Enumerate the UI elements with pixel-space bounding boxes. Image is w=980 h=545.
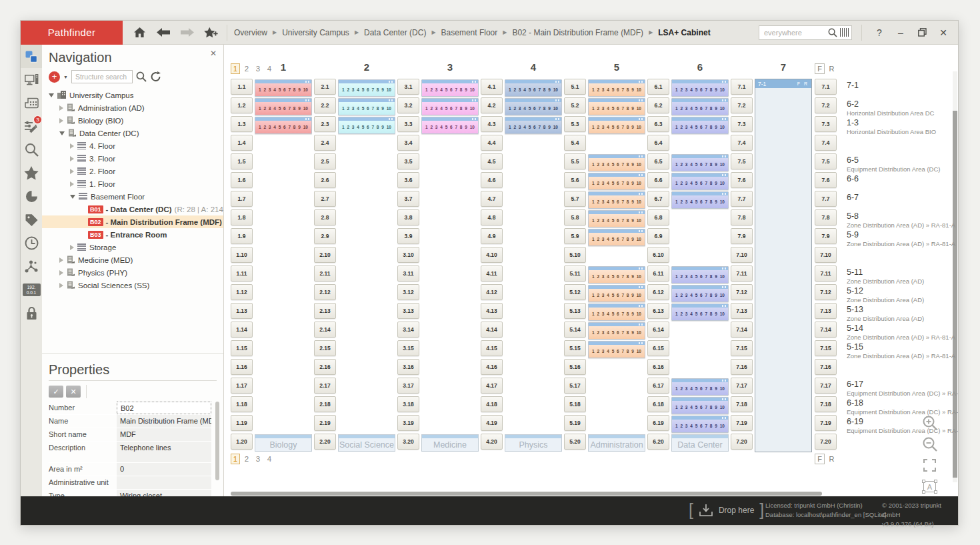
row-label-6.2[interactable]: 6.2 bbox=[647, 97, 669, 113]
row-label-1.17[interactable]: 1.17 bbox=[231, 378, 253, 394]
terminal-block-5.14[interactable]: 12345678910 bbox=[588, 322, 645, 340]
row-label-4.10[interactable]: 4.10 bbox=[481, 247, 503, 263]
terminal-block-5.11[interactable]: 12345678910 bbox=[588, 266, 645, 284]
row-label-7.2[interactable]: 7.2 bbox=[731, 97, 753, 113]
terminal-block-6.6[interactable]: 12345678910 bbox=[671, 173, 729, 190]
row-label-right-7.2[interactable]: 7.2 bbox=[815, 97, 837, 113]
page-tab-4[interactable]: 4 bbox=[265, 454, 274, 464]
sidebar-item-tools[interactable]: 3 bbox=[21, 115, 42, 138]
row-label-5.19[interactable]: 5.19 bbox=[564, 415, 586, 431]
row-label-4.7[interactable]: 4.7 bbox=[481, 191, 503, 207]
refresh-icon[interactable] bbox=[150, 71, 161, 82]
row-label-right-7.18[interactable]: 7.18 bbox=[815, 396, 837, 412]
row-label-2.6[interactable]: 2.6 bbox=[314, 172, 336, 188]
row-label-3.17[interactable]: 3.17 bbox=[397, 378, 419, 394]
row-label-7.9[interactable]: 7.9 bbox=[731, 228, 753, 244]
row-label-2.11[interactable]: 2.11 bbox=[314, 265, 336, 282]
terminal-block-5.9[interactable]: 12345678910 bbox=[588, 229, 645, 246]
page-tab-2[interactable]: 2 bbox=[242, 454, 251, 464]
terminal-block-3.3[interactable]: 12345678910 bbox=[421, 117, 479, 134]
row-label-6.15[interactable]: 6.15 bbox=[647, 340, 669, 356]
row-label-4.17[interactable]: 4.17 bbox=[481, 378, 503, 394]
property-value-field[interactable] bbox=[117, 476, 211, 489]
connection-entry-5-8[interactable]: 5-8Zone Distribution Area (AD) » RA-81-A bbox=[847, 211, 958, 229]
chevron-down-icon[interactable]: ▼ bbox=[63, 75, 68, 79]
row-label-4.18[interactable]: 4.18 bbox=[481, 396, 503, 412]
row-label-right-7.5[interactable]: 7.5 bbox=[815, 153, 837, 169]
row-label-5.5[interactable]: 5.5 bbox=[564, 153, 586, 169]
front-view-button[interactable]: F bbox=[815, 63, 825, 74]
row-label-3.13[interactable]: 3.13 bbox=[397, 303, 419, 319]
collapsed-arrow-icon[interactable] bbox=[70, 169, 74, 174]
breadcrumb-item[interactable]: Overview bbox=[234, 28, 267, 37]
row-label-6.5[interactable]: 6.5 bbox=[647, 153, 669, 169]
terminal-block-6.12[interactable]: 12345678910 bbox=[671, 285, 729, 302]
row-label-3.19[interactable]: 3.19 bbox=[397, 415, 419, 431]
row-label-right-7.3[interactable]: 7.3 bbox=[815, 116, 837, 132]
terminal-block-6.11[interactable]: 12345678910 bbox=[671, 266, 729, 284]
lsa-panel-7-1[interactable]: 7-1F R bbox=[755, 79, 812, 452]
property-value-field[interactable]: Telephone lines bbox=[117, 442, 211, 462]
sidebar-item-lock[interactable] bbox=[21, 302, 42, 325]
row-label-6.10[interactable]: 6.10 bbox=[647, 247, 669, 263]
row-label-3.6[interactable]: 3.6 bbox=[397, 172, 419, 188]
collapsed-arrow-icon[interactable] bbox=[59, 257, 63, 263]
collapsed-arrow-icon[interactable] bbox=[59, 270, 63, 276]
row-label-5.7[interactable]: 5.7 bbox=[564, 191, 586, 207]
row-label-7.4[interactable]: 7.4 bbox=[731, 135, 753, 151]
row-label-4.1[interactable]: 4.1 bbox=[481, 79, 503, 95]
row-label-right-7.6[interactable]: 7.6 bbox=[815, 172, 837, 188]
terminal-block-1.1[interactable]: 12345678910 bbox=[255, 79, 312, 97]
row-label-7.20[interactable]: 7.20 bbox=[731, 434, 753, 450]
row-label-5.18[interactable]: 5.18 bbox=[564, 396, 586, 412]
row-label-4.12[interactable]: 4.12 bbox=[481, 284, 503, 300]
row-label-right-7.11[interactable]: 7.11 bbox=[815, 265, 837, 282]
row-label-3.2[interactable]: 3.2 bbox=[397, 97, 419, 113]
breadcrumb-item[interactable]: University Campus bbox=[282, 28, 349, 37]
connection-entry-6-5[interactable]: 6-5Equipment Distribution Area (DC) bbox=[847, 155, 958, 173]
terminal-block-5.6[interactable]: 12345678910 bbox=[588, 173, 645, 190]
collapsed-arrow-icon[interactable] bbox=[59, 118, 63, 123]
sidebar-item-topology[interactable] bbox=[21, 255, 42, 278]
row-label-1.7[interactable]: 1.7 bbox=[231, 191, 253, 207]
department-plate[interactable]: Data Center bbox=[671, 434, 729, 452]
row-label-6.20[interactable]: 6.20 bbox=[647, 434, 669, 450]
row-label-4.3[interactable]: 4.3 bbox=[481, 116, 503, 132]
row-label-1.9[interactable]: 1.9 bbox=[231, 228, 253, 244]
sidebar-item-history[interactable] bbox=[21, 231, 42, 255]
row-label-1.2[interactable]: 1.2 bbox=[231, 97, 253, 113]
row-label-2.12[interactable]: 2.12 bbox=[314, 284, 336, 300]
connection-entry-6-2[interactable]: 6-2Horizontal Distribution Area DC bbox=[847, 99, 958, 117]
expanded-arrow-icon[interactable] bbox=[59, 131, 65, 135]
sidebar-item-structure[interactable] bbox=[21, 45, 42, 68]
row-label-1.20[interactable]: 1.20 bbox=[231, 434, 253, 450]
row-label-right-7.20[interactable]: 7.20 bbox=[815, 434, 837, 450]
row-label-right-7.4[interactable]: 7.4 bbox=[815, 135, 837, 151]
row-label-6.12[interactable]: 6.12 bbox=[647, 284, 669, 300]
row-label-3.8[interactable]: 3.8 bbox=[397, 209, 419, 225]
page-tab-2[interactable]: 2 bbox=[242, 63, 251, 74]
row-label-right-7.19[interactable]: 7.19 bbox=[815, 415, 837, 431]
row-label-2.2[interactable]: 2.2 bbox=[314, 97, 336, 113]
favorite-add-icon[interactable] bbox=[204, 26, 219, 39]
row-label-4.20[interactable]: 4.20 bbox=[481, 434, 503, 450]
row-label-7.15[interactable]: 7.15 bbox=[731, 340, 753, 356]
connection-entry-7-1[interactable]: 7-1 bbox=[847, 81, 958, 90]
tree-item[interactable]: 3. Floor bbox=[42, 152, 223, 165]
terminal-block-5.15[interactable]: 12345678910 bbox=[588, 341, 645, 358]
search-icon[interactable] bbox=[828, 28, 837, 37]
row-label-7.19[interactable]: 7.19 bbox=[731, 415, 753, 431]
breadcrumb-item[interactable]: LSA+ Cabinet bbox=[658, 28, 710, 37]
department-plate[interactable]: Medicine bbox=[421, 434, 479, 452]
row-label-1.8[interactable]: 1.8 bbox=[231, 209, 253, 225]
row-label-2.10[interactable]: 2.10 bbox=[314, 247, 336, 263]
row-label-7.17[interactable]: 7.17 bbox=[731, 378, 753, 394]
terminal-block-5.1[interactable]: 12345678910 bbox=[588, 79, 645, 97]
row-label-3.3[interactable]: 3.3 bbox=[397, 116, 419, 132]
row-label-1.12[interactable]: 1.12 bbox=[231, 284, 253, 300]
row-label-2.5[interactable]: 2.5 bbox=[314, 153, 336, 169]
row-label-3.14[interactable]: 3.14 bbox=[397, 322, 419, 338]
app-logo[interactable]: Pathfinder bbox=[21, 21, 123, 45]
terminal-block-5.5[interactable]: 12345678910 bbox=[588, 154, 645, 171]
row-label-4.5[interactable]: 4.5 bbox=[481, 153, 503, 169]
